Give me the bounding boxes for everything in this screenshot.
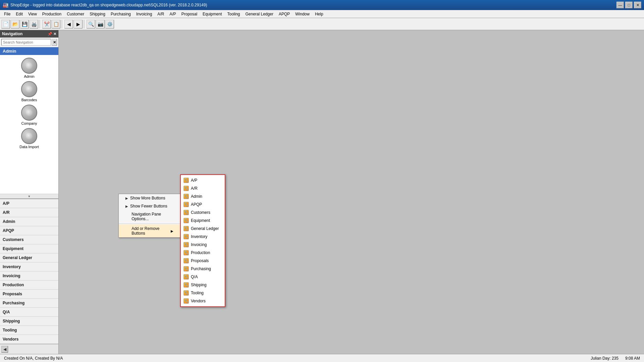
minimize-button[interactable]: —	[616, 2, 624, 8]
ctx-add-remove-label: Add or Remove Buttons	[131, 226, 169, 236]
flyout-item-ap[interactable]: 🔧 A/P	[181, 176, 225, 184]
ctx-add-remove[interactable]: Add or Remove Buttons ▶	[119, 225, 180, 237]
flyout-icon-equipment: 🔧	[183, 218, 189, 223]
nav-search-clear-button[interactable]: ✕	[52, 39, 57, 46]
flyout-item-customers[interactable]: 🔧 Customers	[181, 208, 225, 217]
toolbar: 📄 📂 💾 🖨️ ✂️ 📋 ◀ ▶ 🔍 📷 ⚙️	[0, 18, 644, 30]
nav-pin-icon[interactable]: 📌	[48, 32, 52, 36]
nav-scroll-indicator[interactable]	[0, 194, 58, 198]
menu-item-customer[interactable]: Customer	[64, 11, 87, 17]
ctx-show-fewer[interactable]: ▶ Show Fewer Buttons	[119, 202, 180, 210]
flyout-icon-apqp: 🔧	[183, 202, 189, 207]
admin-label: Admin	[24, 74, 34, 78]
flyout-item-vendors[interactable]: 🔧 Vendors	[181, 297, 225, 305]
flyout-label-shipping: Shipping	[191, 283, 207, 287]
menu-item-tooling[interactable]: Tooling	[224, 11, 243, 17]
flyout-item-equipment[interactable]: 🔧 Equipment	[181, 217, 225, 225]
flyout-item-inventory[interactable]: 🔧 Inventory	[181, 233, 225, 241]
context-menu: ▶ Show More Buttons ▶ Show Fewer Buttons…	[118, 194, 180, 238]
nav-toggle-button[interactable]: ◀	[1, 346, 8, 353]
flyout-item-purchasing[interactable]: 🔧 Purchasing	[181, 265, 225, 273]
nav-search-input[interactable]	[1, 39, 51, 46]
nav-btn-ar[interactable]: A/R	[0, 208, 58, 217]
flyout-icon-production: 🔧	[183, 250, 189, 255]
menu-item-proposal[interactable]: Proposal	[179, 11, 200, 17]
save-button[interactable]: 💾	[20, 20, 29, 28]
menu-item-purchasing[interactable]: Purchasing	[108, 11, 133, 17]
flyout-item-ar[interactable]: 🔧 A/R	[181, 184, 225, 192]
flyout-label-general-ledger: General Ledger	[191, 226, 219, 231]
menu-item-file[interactable]: File	[1, 11, 13, 17]
flyout-item-general-ledger[interactable]: 🔧 General Ledger	[181, 225, 225, 233]
ctx-nav-options[interactable]: Navigation Pane Options...	[119, 210, 180, 223]
flyout-label-invoicing: Invoicing	[191, 242, 207, 247]
flyout-item-qa[interactable]: 🔧 Q/A	[181, 273, 225, 281]
flyout-label-equipment: Equipment	[191, 218, 210, 223]
menu-item-general-ledger[interactable]: General Ledger	[243, 11, 276, 17]
flyout-item-tooling[interactable]: 🔧 Tooling	[181, 289, 225, 297]
menu-item-a-p[interactable]: A/P	[167, 11, 178, 17]
nav-btn-general-ledger[interactable]: General Ledger	[0, 253, 58, 262]
flyout-item-apqp[interactable]: 🔧 APQP	[181, 200, 225, 208]
nav-btn-proposals[interactable]: Proposals	[0, 290, 58, 299]
nav-btn-apqp[interactable]: APQP	[0, 226, 58, 235]
copy-button[interactable]: 📋	[52, 20, 60, 28]
open-button[interactable]: 📂	[11, 20, 19, 28]
new-button[interactable]: 📄	[1, 20, 10, 28]
close-button[interactable]: ✕	[634, 2, 641, 8]
cut-button[interactable]: ✂️	[42, 20, 51, 28]
flyout-item-shipping[interactable]: 🔧 Shipping	[181, 281, 225, 289]
nav-close-icon[interactable]: ✕	[53, 32, 56, 36]
menu-item-view[interactable]: View	[25, 11, 40, 17]
ctx-show-more[interactable]: ▶ Show More Buttons	[119, 194, 180, 202]
forward-button[interactable]: ▶	[74, 20, 83, 28]
menu-item-a-r[interactable]: A/R	[155, 11, 167, 17]
maximize-button[interactable]: □	[625, 2, 633, 8]
nav-icon-company[interactable]: Company	[21, 105, 37, 125]
menu-item-equipment[interactable]: Equipment	[200, 11, 224, 17]
menu-item-edit[interactable]: Edit	[13, 11, 25, 17]
nav-btn-admin[interactable]: Admin	[0, 217, 58, 226]
menu-item-shipping[interactable]: Shipping	[87, 11, 108, 17]
nav-btn-tooling[interactable]: Tooling	[0, 326, 58, 335]
nav-icon-barcodes[interactable]: Barcodes	[21, 81, 37, 102]
menu-item-apqp[interactable]: APQP	[276, 11, 292, 17]
toolbar-separator-3	[84, 20, 85, 28]
menu-item-invoicing[interactable]: Invoicing	[133, 11, 155, 17]
menu-item-window[interactable]: Window	[292, 11, 312, 17]
flyout-item-admin[interactable]: 🔧 Admin	[181, 192, 225, 200]
flyout-label-qa: Q/A	[191, 275, 198, 279]
nav-btn-purchasing[interactable]: Purchasing	[0, 299, 58, 308]
nav-btn-customers[interactable]: Customers	[0, 235, 58, 244]
company-icon	[21, 105, 37, 121]
back-button[interactable]: ◀	[64, 20, 73, 28]
flyout-item-production[interactable]: 🔧 Production	[181, 249, 225, 257]
flyout-icon-qa: 🔧	[183, 274, 189, 280]
nav-btn-vendors[interactable]: Vendors	[0, 335, 58, 344]
nav-icon-admin[interactable]: Admin	[21, 58, 37, 78]
flyout-label-admin: Admin	[191, 194, 202, 199]
nav-btn-equipment[interactable]: Equipment	[0, 244, 58, 253]
flyout-icon-ap: 🔧	[183, 178, 189, 183]
ctx-show-fewer-label: Show Fewer Buttons	[130, 204, 167, 208]
company-label: Company	[21, 121, 37, 125]
nav-btn-ap[interactable]: A/P	[0, 199, 58, 208]
menu-item-help[interactable]: Help	[312, 11, 326, 17]
settings-button[interactable]: ⚙️	[105, 20, 114, 28]
search-button[interactable]: 🔍	[87, 20, 95, 28]
flyout-item-proposals[interactable]: 🔧 Proposals	[181, 257, 225, 265]
status-created-info: Created On N/A, Created By N/A	[4, 356, 63, 361]
nav-btn-qa[interactable]: Q/A	[0, 308, 58, 317]
current-time: 9:08 AM	[625, 356, 640, 361]
nav-btn-inventory[interactable]: Inventory	[0, 262, 58, 272]
nav-buttons-list: A/P A/R Admin APQP Customers Equipment G…	[0, 198, 58, 344]
nav-btn-production[interactable]: Production	[0, 281, 58, 290]
flyout-item-invoicing[interactable]: 🔧 Invoicing	[181, 241, 225, 249]
nav-btn-invoicing[interactable]: Invoicing	[0, 272, 58, 281]
nav-btn-shipping[interactable]: Shipping	[0, 317, 58, 326]
camera-button[interactable]: 📷	[96, 20, 105, 28]
nav-icons-area: Admin Barcodes Company Data Import	[0, 55, 58, 194]
menu-item-production[interactable]: Production	[40, 11, 64, 17]
nav-icon-data-import[interactable]: Data Import	[19, 128, 39, 149]
print-button[interactable]: 🖨️	[30, 20, 38, 28]
